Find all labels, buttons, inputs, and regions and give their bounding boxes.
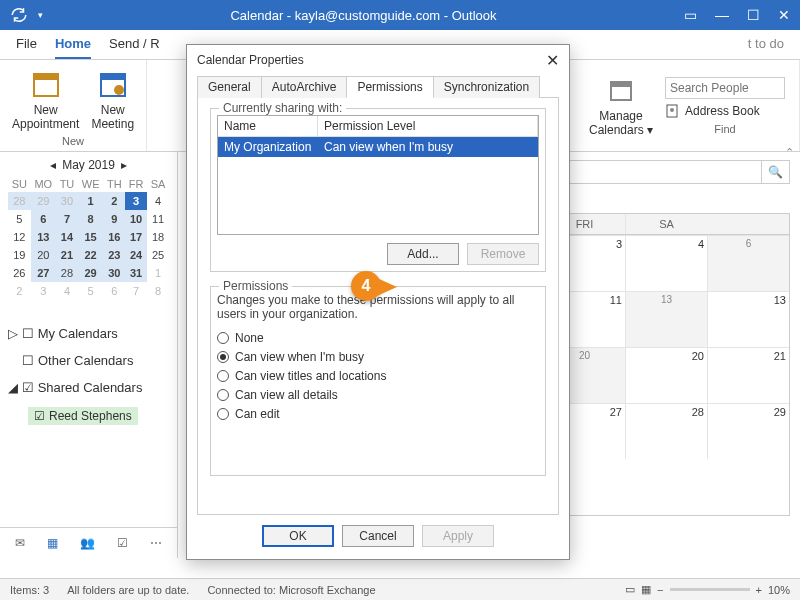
window-title: Calendar - kayla@customguide.com - Outlo… bbox=[43, 8, 684, 23]
shared-calendars-group[interactable]: ◢ ☑ Shared Calendars bbox=[8, 380, 169, 395]
next-month-icon[interactable]: ▸ bbox=[121, 158, 127, 172]
titlebar: ▾ Calendar - kayla@customguide.com - Out… bbox=[0, 0, 800, 30]
perm-option-titles[interactable]: Can view titles and locations bbox=[217, 369, 539, 383]
sharing-list[interactable]: Name Permission Level My Organization Ca… bbox=[217, 115, 539, 235]
calendar-icon[interactable]: ▦ bbox=[47, 536, 58, 550]
search-people-input[interactable] bbox=[665, 77, 785, 99]
col-permission: Permission Level bbox=[318, 116, 538, 136]
add-button[interactable]: Add... bbox=[387, 243, 459, 265]
prev-month-icon[interactable]: ◂ bbox=[50, 158, 56, 172]
sharing-row-selected[interactable]: My Organization Can view when I'm busy bbox=[218, 137, 538, 157]
perm-option-all[interactable]: Can view all details bbox=[217, 388, 539, 402]
status-folders: All folders are up to date. bbox=[67, 584, 189, 596]
status-bar: Items: 3 All folders are up to date. Con… bbox=[0, 578, 800, 600]
cancel-button[interactable]: Cancel bbox=[342, 525, 414, 547]
refresh-icon[interactable] bbox=[10, 6, 28, 24]
zoom-control[interactable]: ▭ ▦ −+ 10% bbox=[625, 583, 790, 596]
close-window-icon[interactable]: ✕ bbox=[778, 7, 790, 23]
dialog-tab-general[interactable]: General bbox=[197, 76, 262, 98]
more-nav-icon[interactable]: ⋯ bbox=[150, 536, 162, 550]
collapse-ribbon-icon[interactable]: ⌃ bbox=[785, 146, 794, 159]
dialog-tab-autoarchive[interactable]: AutoArchive bbox=[261, 76, 348, 98]
svg-rect-1 bbox=[34, 74, 58, 80]
tell-me[interactable]: t to do bbox=[748, 36, 784, 59]
new-appointment-button[interactable]: New Appointment bbox=[12, 64, 79, 135]
step-callout-4: 4 bbox=[351, 271, 381, 301]
my-calendars-group[interactable]: ▷ ☐ My Calendars bbox=[8, 326, 169, 341]
perm-option-busy[interactable]: Can view when I'm busy bbox=[217, 350, 539, 364]
minimize-icon[interactable]: — bbox=[715, 7, 729, 23]
calendar-properties-dialog: Calendar Properties ✕ General AutoArchiv… bbox=[186, 44, 570, 560]
new-meeting-button[interactable]: New Meeting bbox=[91, 64, 134, 135]
search-icon[interactable]: 🔍 bbox=[762, 160, 790, 184]
sidebar: ◂ May 2019 ▸ SUMOTUWETHFRSA 2829301234 5… bbox=[0, 152, 178, 558]
sharing-legend: Currently sharing with: bbox=[219, 101, 346, 115]
tasks-icon[interactable]: ☑ bbox=[117, 536, 128, 550]
dialog-tab-sync[interactable]: Synchronization bbox=[433, 76, 540, 98]
tab-file[interactable]: File bbox=[16, 36, 37, 59]
status-items: Items: 3 bbox=[10, 584, 49, 596]
permissions-legend: Permissions bbox=[219, 279, 292, 293]
view-list-icon[interactable]: ▦ bbox=[641, 583, 651, 596]
people-icon[interactable]: 👥 bbox=[80, 536, 95, 550]
mini-cal-month: May 2019 bbox=[62, 158, 115, 172]
calendar-meeting-icon bbox=[97, 68, 129, 100]
calendar-appointment-icon bbox=[30, 68, 62, 100]
account-icon[interactable]: ▭ bbox=[684, 7, 697, 23]
maximize-icon[interactable]: ☐ bbox=[747, 7, 760, 23]
svg-point-8 bbox=[670, 108, 674, 112]
address-book-button[interactable]: Address Book bbox=[665, 103, 785, 119]
svg-rect-3 bbox=[101, 74, 125, 80]
perm-option-none[interactable]: None bbox=[217, 331, 539, 345]
permissions-fieldset: Permissions Changes you make to these pe… bbox=[210, 286, 546, 476]
nav-icons: ✉ ▦ 👥 ☑ ⋯ bbox=[0, 527, 177, 558]
calendar-groups: ▷ ☐ My Calendars ☐ Other Calendars ◢ ☑ S… bbox=[0, 306, 177, 433]
ribbon-group-find-label: Find bbox=[665, 123, 785, 135]
tab-home[interactable]: Home bbox=[55, 36, 91, 59]
dialog-tab-permissions[interactable]: Permissions bbox=[346, 76, 433, 98]
remove-button[interactable]: Remove bbox=[467, 243, 539, 265]
svg-point-4 bbox=[114, 85, 124, 95]
apply-button[interactable]: Apply bbox=[422, 525, 494, 547]
shared-calendar-reed[interactable]: ☑ Reed Stephens bbox=[28, 407, 138, 425]
dialog-title: Calendar Properties bbox=[197, 53, 304, 67]
manage-calendars-icon bbox=[605, 74, 637, 106]
manage-calendars-button[interactable]: Manage Calendars ▾ bbox=[589, 74, 653, 137]
mini-cal-grid[interactable]: SUMOTUWETHFRSA 2829301234 567891011 1213… bbox=[8, 176, 169, 300]
ok-button[interactable]: OK bbox=[262, 525, 334, 547]
other-calendars-group[interactable]: ☐ Other Calendars bbox=[8, 353, 169, 368]
col-name: Name bbox=[218, 116, 318, 136]
dialog-close-icon[interactable]: ✕ bbox=[546, 51, 559, 70]
svg-rect-6 bbox=[611, 82, 631, 87]
ribbon-group-new-label: New bbox=[62, 135, 84, 147]
address-book-icon bbox=[665, 103, 681, 119]
tab-sendreceive[interactable]: Send / R bbox=[109, 36, 160, 59]
sharing-fieldset: Currently sharing with: Name Permission … bbox=[210, 108, 546, 272]
mini-calendar[interactable]: ◂ May 2019 ▸ SUMOTUWETHFRSA 2829301234 5… bbox=[0, 152, 177, 306]
perm-option-edit[interactable]: Can edit bbox=[217, 407, 539, 421]
zoom-percent: 10% bbox=[768, 584, 790, 596]
status-connected: Connected to: Microsoft Exchange bbox=[207, 584, 375, 596]
mail-icon[interactable]: ✉ bbox=[15, 536, 25, 550]
view-normal-icon[interactable]: ▭ bbox=[625, 583, 635, 596]
